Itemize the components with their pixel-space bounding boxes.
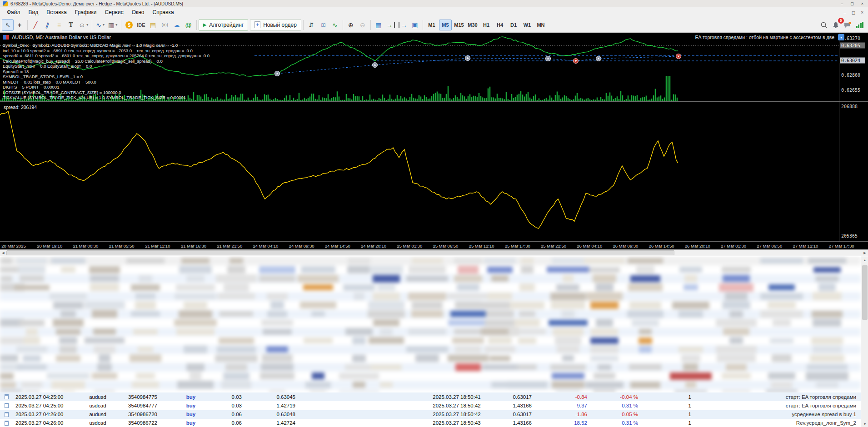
cursor-button[interactable]: ↖ [2, 19, 14, 31]
maximize-button[interactable]: ◻ [850, 1, 853, 6]
timeframe-m30-button[interactable]: M30 [466, 20, 479, 30]
channel-icon: ∥ [45, 21, 50, 29]
menu-bar: ФайлВидВставкаГрафикиСервисОкноСправка –… [0, 7, 868, 17]
window-title: 6768289 - MetaQuotes-Demo: Демо счет - H… [10, 1, 183, 6]
community-icon: (ю) [162, 22, 168, 27]
minimize-button[interactable]: – [841, 1, 843, 6]
time-axis-label: 20 Mar 19:10 [37, 243, 62, 248]
timeframe-w1-button[interactable]: W1 [521, 20, 534, 30]
profit-cell: -1.86 [536, 412, 591, 417]
time-axis-label: 27 Mar 06:50 [757, 243, 782, 248]
count-cell: 1 [642, 403, 698, 408]
menu-Справка[interactable]: Справка [149, 8, 178, 17]
price-cell: 1.42719 [245, 403, 300, 408]
quick-panel-icon[interactable]: ▾ [838, 34, 844, 40]
chart-shift-button[interactable]: → [397, 19, 409, 31]
menu-Вид[interactable]: Вид [25, 8, 43, 17]
symbol-cell: audusd [73, 412, 123, 417]
mdi-minimize-button[interactable]: – [843, 10, 846, 15]
chart-template-button[interactable]: ▥▾ [106, 19, 119, 31]
chat-icon [843, 21, 851, 29]
metaeditor-button[interactable]: ▤ [147, 19, 159, 31]
symbol-icon [3, 35, 9, 40]
axis-price-label: 205365 [841, 233, 867, 238]
close-price-cell: 0.63017 [482, 412, 536, 417]
text-button[interactable]: T [65, 19, 77, 31]
fibonacci-button[interactable]: ≡ [53, 19, 65, 31]
count-cell: 1 [642, 420, 698, 426]
mdi-restore-button[interactable]: ◻ [852, 10, 855, 15]
vps-button[interactable]: ☁ [171, 19, 183, 31]
menu-Графики[interactable]: Графики [71, 8, 101, 17]
row-icon-cell [0, 394, 13, 399]
market-button[interactable]: $ [123, 19, 135, 31]
menu-Сервис[interactable]: Сервис [101, 8, 128, 17]
comment-cell: старт: EA торговля спредами [698, 394, 861, 400]
depth-of-market-button[interactable]: ⇵ [305, 19, 317, 31]
axis-price-label: 0.62860 [841, 73, 867, 78]
scroll-up-icon[interactable]: ▲ [861, 256, 868, 263]
scroll-left-icon[interactable]: ◀ [0, 250, 6, 256]
timeframe-d1-button[interactable]: D1 [507, 20, 520, 30]
overlay-line: spread0 = -6811.0 spread2 = -6801.0 тек_… [3, 53, 210, 59]
close-button[interactable]: × [861, 1, 863, 6]
crosshair-button[interactable]: + [14, 19, 25, 31]
chart-type-button[interactable]: ∿▾ [94, 19, 106, 31]
timeframe-m15-button[interactable]: M15 [453, 20, 465, 30]
time-cell: 2025.03.27 04:25:00 [13, 403, 73, 408]
tile-windows-button[interactable]: ▦ [373, 19, 384, 31]
history-row[interactable]: 2025.03.27 04:26:00usdcad3540986722buy0.… [0, 419, 861, 427]
chart-properties-button[interactable]: ▣ [409, 19, 421, 31]
timeframe-m5-button[interactable]: M5 [439, 20, 452, 30]
timeframe-h1-button[interactable]: H1 [480, 20, 493, 30]
objects-button[interactable]: ☺▾ [77, 19, 90, 31]
market-watch-button[interactable]: ▯▯ [317, 19, 329, 31]
scroll-down-icon[interactable]: ▼ [861, 420, 868, 427]
mdi-close-button[interactable]: × [861, 10, 863, 15]
document-icon [5, 412, 9, 417]
time-axis-label: 25 Mar 17:30 [505, 243, 530, 248]
timeframe-mn-button[interactable]: MN [534, 20, 547, 30]
timeframe-h4-button[interactable]: H4 [494, 20, 506, 30]
type-cell: buy [173, 403, 209, 408]
notifications-button[interactable]: 5 [830, 19, 842, 31]
history-row[interactable]: 2025.03.27 04:26:00audusd3540986720buy0.… [0, 410, 861, 419]
zoom-out-icon: ⊖ [360, 21, 365, 29]
menu-Файл[interactable]: Файл [3, 8, 25, 17]
chart-area[interactable]: AUDUSD, M5: Australian Dollar vs US Doll… [0, 33, 868, 249]
autoscroll-button[interactable]: → [384, 19, 397, 31]
document-icon [5, 394, 9, 399]
menu-Вставка[interactable]: Вставка [42, 8, 71, 17]
profit-percent-cell: -0.04 % [591, 394, 642, 400]
tick-chart-button[interactable]: ∿ [329, 19, 341, 31]
menu-Окно[interactable]: Окно [128, 8, 149, 17]
toolbox-v-scrollbar[interactable]: ▲ ▼ [861, 256, 868, 427]
blurred-row [0, 372, 861, 381]
mql5-button[interactable]: @ [183, 19, 195, 31]
ticket-cell: 3540986722 [123, 420, 173, 426]
community-button[interactable]: (ю) [159, 19, 171, 31]
time-axis-label: 21 Mar 16:30 [181, 243, 206, 248]
zoom-in-button[interactable]: ⊕ [345, 19, 357, 31]
overlay-line: DIGITS = 5 POINT = 0.00001 [3, 84, 210, 90]
trendline-button[interactable]: ╱ [30, 19, 41, 31]
ide-button[interactable]: IDE [135, 19, 147, 31]
history-row[interactable]: 2025.03.27 04:25:00audusd3540984775buy0.… [0, 392, 861, 401]
scroll-right-icon[interactable]: ▶ [862, 250, 868, 256]
new-order-button[interactable]: + Новый ордер [250, 19, 301, 31]
chart-h-scrollbar[interactable]: ◀ ▶ [0, 249, 868, 256]
timeframe-m1-button[interactable]: M1 [425, 20, 438, 30]
comment-cell: старт: EA торговля спредами [698, 403, 861, 408]
channel-button[interactable]: ∥ [41, 19, 53, 31]
price-cell: 0.63048 [245, 412, 300, 417]
history-rows: 2025.03.27 04:25:00audusd3540984775buy0.… [0, 392, 861, 427]
search-button[interactable] [818, 19, 830, 31]
type-cell: buy [173, 394, 209, 400]
fibonacci-icon: ≡ [57, 21, 61, 29]
zoom-out-button[interactable]: ⊖ [357, 19, 369, 31]
close-time-cell: 2025.03.27 18:50:42 [432, 412, 482, 417]
history-row[interactable]: 2025.03.27 04:25:00usdcad3540984777buy0.… [0, 401, 861, 410]
algotrading-button[interactable]: ▶ Алготрейдинг [199, 19, 249, 31]
v-scroll-thumb[interactable] [862, 265, 868, 320]
h-scroll-thumb[interactable] [6, 250, 674, 255]
